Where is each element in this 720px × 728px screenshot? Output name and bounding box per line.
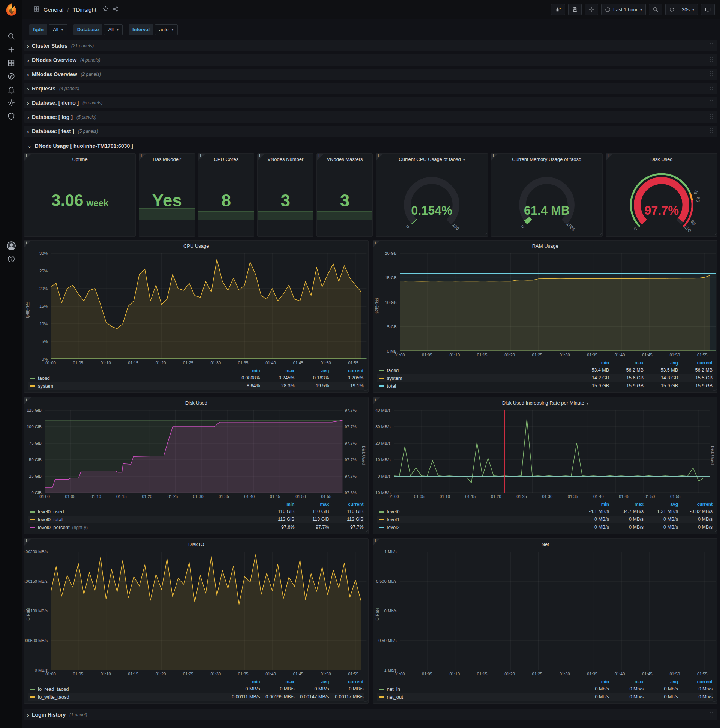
panel-title[interactable]: Uptime: [24, 154, 135, 164]
row-drag-handle[interactable]: [710, 85, 714, 92]
row-drag-handle-icon[interactable]: [710, 711, 714, 717]
legend-column-header-avg[interactable]: avg: [295, 679, 329, 685]
chart-plot[interactable]: [400, 253, 716, 351]
panel-title[interactable]: Disk Used: [24, 398, 368, 408]
explore-compass-icon[interactable]: [0, 70, 23, 82]
legend-series-swatch[interactable]: [379, 696, 384, 698]
legend-series-swatch[interactable]: [30, 527, 35, 528]
row-drag-handle-icon[interactable]: [710, 128, 714, 134]
legend-series-swatch[interactable]: [379, 385, 384, 387]
legend-column-header-avg[interactable]: avg: [644, 359, 678, 366]
legend-column-header-avg[interactable]: avg: [644, 679, 678, 685]
dashboard-row-login-history[interactable]: ›Login History(1 panel): [24, 709, 717, 720]
legend-series-name[interactable]: level0_percent: [38, 525, 70, 530]
legend-column-header-min[interactable]: min: [575, 679, 609, 685]
row-drag-handle-icon[interactable]: [710, 113, 714, 119]
row-drag-handle[interactable]: [710, 128, 714, 135]
legend-column-header-min[interactable]: min: [260, 501, 295, 508]
legend-series-swatch[interactable]: [30, 378, 35, 379]
time-range-picker[interactable]: Last 1 hour ▾: [601, 4, 646, 15]
create-plus-icon[interactable]: [0, 44, 23, 55]
alerting-bell-icon[interactable]: [0, 84, 23, 95]
chart-plot[interactable]: [50, 253, 367, 359]
row-drag-handle-icon[interactable]: [710, 85, 714, 91]
chart-plot[interactable]: [45, 410, 343, 493]
panel-title[interactable]: RAM Usage: [374, 240, 717, 251]
legend-series-name[interactable]: io_read_taosd: [38, 686, 69, 692]
legend-column-header-avg[interactable]: avg: [644, 501, 678, 508]
variable-label-Interval[interactable]: Interval: [129, 24, 153, 35]
legend-column-header-max[interactable]: max: [609, 501, 644, 508]
share-icon[interactable]: [113, 6, 119, 13]
dashboard-row-dnode-usage-expanded[interactable]: ⌄DNode Usage [ huolinhe-TM1701:6030 ]: [24, 140, 717, 151]
dashboard-row-mnodes-overview[interactable]: ›MNodes Overview(2 panels): [24, 69, 717, 80]
variable-value-Interval[interactable]: auto▾: [155, 24, 177, 35]
row-drag-handle-icon[interactable]: [710, 56, 714, 62]
grafana-logo-icon[interactable]: [4, 2, 19, 17]
legend-column-header-avg[interactable]: avg: [295, 367, 329, 374]
dashboard-row-requests[interactable]: ›Requests(4 panels): [24, 83, 717, 94]
legend-column-header-current[interactable]: current: [678, 679, 712, 685]
panel-title[interactable]: Has MNode?: [139, 154, 195, 164]
legend-series-name[interactable]: system: [387, 375, 403, 381]
legend-series-swatch[interactable]: [30, 696, 35, 698]
legend-series-name[interactable]: net_out: [387, 694, 403, 700]
chart-plot[interactable]: [50, 552, 367, 670]
server-admin-shield-icon[interactable]: [0, 111, 23, 122]
user-avatar-icon[interactable]: [0, 240, 23, 251]
breadcrumb-page[interactable]: TDinsight: [73, 6, 96, 13]
row-drag-handle[interactable]: [710, 711, 714, 719]
legend-column-header-max[interactable]: max: [609, 359, 644, 366]
legend-series-name[interactable]: io_write_taosd: [38, 694, 69, 700]
breadcrumb-section[interactable]: General: [44, 6, 63, 13]
dashboard-row-dnodes-overview[interactable]: ›DNodes Overview(4 panels): [24, 54, 717, 66]
panel-title[interactable]: VNodes Number: [258, 154, 313, 164]
row-drag-handle[interactable]: [710, 42, 714, 49]
legend-series-name[interactable]: level0_used: [38, 509, 64, 514]
row-drag-handle-icon[interactable]: [710, 70, 714, 76]
row-drag-handle[interactable]: [710, 113, 714, 121]
legend-column-header-current[interactable]: current: [329, 679, 364, 685]
dashboards-icon[interactable]: [0, 57, 23, 69]
legend-column-header-current[interactable]: current: [678, 501, 712, 508]
row-drag-handle[interactable]: [710, 56, 714, 64]
refresh-button[interactable]: [665, 4, 678, 15]
legend-column-header-max[interactable]: max: [609, 679, 644, 685]
configuration-gear-icon[interactable]: [0, 97, 23, 109]
refresh-interval-picker[interactable]: 30s ▾: [678, 4, 698, 15]
legend-series-name[interactable]: level1: [387, 517, 400, 522]
variable-value-Database[interactable]: All▾: [104, 24, 122, 35]
cycle-view-mode-button[interactable]: [701, 4, 715, 15]
legend-series-swatch[interactable]: [379, 527, 384, 528]
dashboard-settings-button[interactable]: [585, 4, 598, 15]
legend-series-swatch[interactable]: [379, 370, 384, 371]
legend-series-swatch[interactable]: [30, 519, 35, 520]
legend-column-header-min[interactable]: min: [226, 367, 260, 374]
legend-series-name[interactable]: system: [38, 383, 53, 389]
panel-title[interactable]: CPU Cores: [198, 154, 254, 164]
variable-value-fqdn[interactable]: All▾: [49, 24, 67, 35]
legend-series-swatch[interactable]: [30, 385, 35, 387]
legend-series-name[interactable]: taosd: [387, 367, 399, 373]
legend-column-header-min[interactable]: min: [575, 501, 609, 508]
save-dashboard-button[interactable]: [568, 4, 582, 15]
legend-column-header-min[interactable]: min: [575, 359, 609, 366]
add-panel-button[interactable]: [551, 4, 565, 15]
panel-title[interactable]: Current CPU Usage of taosd▾: [376, 154, 487, 164]
row-drag-handle-icon[interactable]: [710, 42, 714, 48]
row-drag-handle[interactable]: [710, 70, 714, 78]
panel-title[interactable]: CPU Usage: [24, 240, 368, 251]
legend-series-swatch[interactable]: [379, 688, 384, 690]
legend-series-swatch[interactable]: [30, 511, 35, 512]
panel-title[interactable]: Disk Used: [606, 154, 717, 164]
favorite-star-icon[interactable]: [102, 6, 109, 13]
legend-series-swatch[interactable]: [30, 688, 35, 690]
legend-series-swatch[interactable]: [379, 511, 384, 512]
legend-column-header-current[interactable]: current: [329, 501, 364, 508]
variable-label-fqdn[interactable]: fqdn: [29, 24, 47, 35]
legend-series-name[interactable]: level0_total: [38, 517, 63, 522]
legend-series-swatch[interactable]: [379, 519, 384, 520]
legend-series-swatch[interactable]: [379, 378, 384, 379]
help-icon[interactable]: [0, 253, 23, 265]
panel-title[interactable]: Disk IO: [24, 539, 368, 549]
